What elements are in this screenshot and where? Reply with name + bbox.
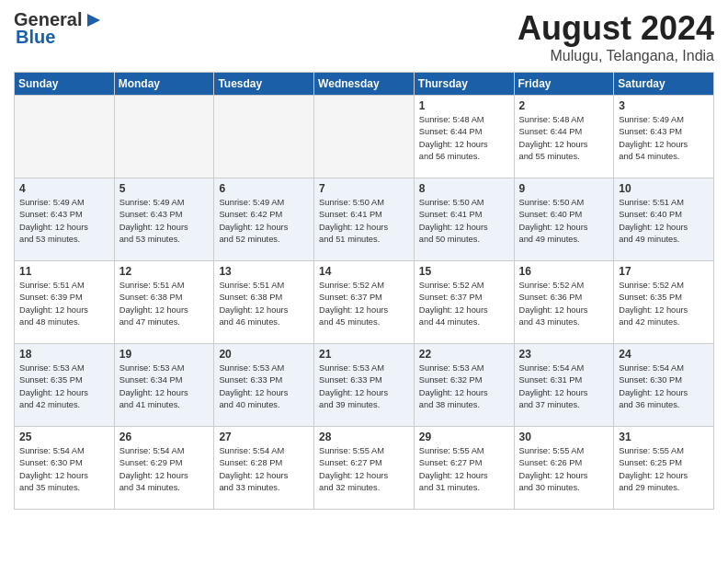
calendar-cell: 17Sunrise: 5:52 AM Sunset: 6:35 PM Dayli… [614, 261, 714, 344]
calendar-cell: 1Sunrise: 5:48 AM Sunset: 6:44 PM Daylig… [414, 96, 514, 178]
day-number: 24 [619, 348, 709, 361]
day-info: Sunrise: 5:50 AM Sunset: 6:41 PM Dayligh… [319, 197, 409, 247]
svg-marker-0 [87, 14, 100, 27]
day-info: Sunrise: 5:55 AM Sunset: 6:26 PM Dayligh… [519, 445, 609, 495]
day-number: 19 [119, 348, 210, 361]
calendar-cell: 23Sunrise: 5:54 AM Sunset: 6:31 PM Dayli… [514, 344, 614, 427]
calendar-cell: 22Sunrise: 5:53 AM Sunset: 6:32 PM Dayli… [414, 344, 514, 427]
calendar-cell: 9Sunrise: 5:50 AM Sunset: 6:40 PM Daylig… [514, 178, 614, 261]
calendar-cell: 25Sunrise: 5:54 AM Sunset: 6:30 PM Dayli… [15, 427, 115, 510]
day-number: 1 [419, 99, 509, 112]
calendar-cell: 29Sunrise: 5:55 AM Sunset: 6:27 PM Dayli… [414, 427, 514, 510]
calendar-cell: 12Sunrise: 5:51 AM Sunset: 6:38 PM Dayli… [114, 261, 214, 344]
calendar-cell: 27Sunrise: 5:54 AM Sunset: 6:28 PM Dayli… [214, 427, 314, 510]
day-info: Sunrise: 5:54 AM Sunset: 6:28 PM Dayligh… [219, 445, 309, 495]
calendar-cell: 19Sunrise: 5:53 AM Sunset: 6:34 PM Dayli… [114, 344, 214, 427]
calendar-cell: 21Sunrise: 5:53 AM Sunset: 6:33 PM Dayli… [314, 344, 415, 427]
day-number: 2 [519, 99, 609, 112]
calendar-cell: 11Sunrise: 5:51 AM Sunset: 6:39 PM Dayli… [15, 261, 115, 344]
weekday-header-tuesday: Tuesday [214, 73, 314, 96]
weekday-header-thursday: Thursday [414, 73, 514, 96]
day-number: 30 [519, 431, 609, 443]
logo-arrow-icon [84, 10, 104, 30]
day-info: Sunrise: 5:49 AM Sunset: 6:43 PM Dayligh… [619, 114, 709, 164]
day-number: 5 [119, 182, 210, 195]
day-number: 23 [519, 348, 609, 361]
day-number: 17 [619, 265, 709, 278]
day-number: 12 [119, 265, 210, 278]
day-info: Sunrise: 5:54 AM Sunset: 6:31 PM Dayligh… [519, 362, 609, 412]
calendar-week-row: 25Sunrise: 5:54 AM Sunset: 6:30 PM Dayli… [15, 427, 714, 510]
calendar-table: SundayMondayTuesdayWednesdayThursdayFrid… [14, 72, 714, 510]
day-info: Sunrise: 5:55 AM Sunset: 6:25 PM Dayligh… [619, 445, 709, 495]
day-info: Sunrise: 5:53 AM Sunset: 6:33 PM Dayligh… [319, 362, 409, 412]
day-info: Sunrise: 5:52 AM Sunset: 6:36 PM Dayligh… [519, 280, 609, 329]
day-info: Sunrise: 5:48 AM Sunset: 6:44 PM Dayligh… [519, 114, 609, 164]
calendar-cell [314, 96, 415, 178]
day-info: Sunrise: 5:52 AM Sunset: 6:37 PM Dayligh… [419, 280, 509, 329]
calendar-cell: 26Sunrise: 5:54 AM Sunset: 6:29 PM Dayli… [114, 427, 214, 510]
day-number: 11 [19, 265, 109, 278]
day-info: Sunrise: 5:49 AM Sunset: 6:43 PM Dayligh… [119, 197, 210, 247]
day-number: 14 [319, 265, 409, 278]
calendar-week-row: 18Sunrise: 5:53 AM Sunset: 6:35 PM Dayli… [15, 344, 714, 427]
logo: General Blue [14, 9, 104, 48]
calendar-week-row: 1Sunrise: 5:48 AM Sunset: 6:44 PM Daylig… [15, 96, 714, 178]
day-info: Sunrise: 5:54 AM Sunset: 6:30 PM Dayligh… [619, 362, 709, 412]
day-number: 6 [219, 182, 309, 195]
page-subtitle: Mulugu, Telangana, India [518, 48, 714, 64]
day-number: 21 [319, 348, 409, 361]
day-number: 27 [219, 431, 309, 443]
calendar-cell [15, 96, 115, 178]
calendar-cell [214, 96, 314, 178]
logo-blue: Blue [16, 27, 55, 48]
calendar-cell: 10Sunrise: 5:51 AM Sunset: 6:40 PM Dayli… [614, 178, 714, 261]
calendar-cell: 18Sunrise: 5:53 AM Sunset: 6:35 PM Dayli… [15, 344, 115, 427]
day-number: 8 [419, 182, 509, 195]
day-info: Sunrise: 5:48 AM Sunset: 6:44 PM Dayligh… [419, 114, 509, 164]
day-number: 31 [619, 431, 709, 443]
day-info: Sunrise: 5:53 AM Sunset: 6:35 PM Dayligh… [19, 362, 109, 412]
day-number: 29 [419, 431, 509, 443]
page-title: August 2024 [518, 9, 714, 48]
day-number: 13 [219, 265, 309, 278]
day-number: 22 [419, 348, 509, 361]
day-number: 10 [619, 182, 709, 195]
day-info: Sunrise: 5:49 AM Sunset: 6:42 PM Dayligh… [219, 197, 309, 247]
calendar-cell: 8Sunrise: 5:50 AM Sunset: 6:41 PM Daylig… [414, 178, 514, 261]
day-info: Sunrise: 5:52 AM Sunset: 6:37 PM Dayligh… [319, 280, 409, 329]
day-info: Sunrise: 5:51 AM Sunset: 6:38 PM Dayligh… [119, 280, 210, 329]
day-number: 7 [319, 182, 409, 195]
calendar-cell: 3Sunrise: 5:49 AM Sunset: 6:43 PM Daylig… [614, 96, 714, 178]
day-number: 18 [19, 348, 109, 361]
day-info: Sunrise: 5:55 AM Sunset: 6:27 PM Dayligh… [419, 445, 509, 495]
calendar-header-row: SundayMondayTuesdayWednesdayThursdayFrid… [15, 73, 714, 96]
day-number: 26 [119, 431, 210, 443]
calendar-cell: 6Sunrise: 5:49 AM Sunset: 6:42 PM Daylig… [214, 178, 314, 261]
calendar-cell [114, 96, 214, 178]
calendar-cell: 30Sunrise: 5:55 AM Sunset: 6:26 PM Dayli… [514, 427, 614, 510]
calendar-cell: 15Sunrise: 5:52 AM Sunset: 6:37 PM Dayli… [414, 261, 514, 344]
day-number: 20 [219, 348, 309, 361]
day-info: Sunrise: 5:51 AM Sunset: 6:39 PM Dayligh… [19, 280, 109, 329]
day-info: Sunrise: 5:55 AM Sunset: 6:27 PM Dayligh… [319, 445, 409, 495]
weekday-header-saturday: Saturday [614, 73, 714, 96]
calendar-cell: 31Sunrise: 5:55 AM Sunset: 6:25 PM Dayli… [614, 427, 714, 510]
day-number: 4 [19, 182, 109, 195]
calendar-week-row: 11Sunrise: 5:51 AM Sunset: 6:39 PM Dayli… [15, 261, 714, 344]
calendar-cell: 2Sunrise: 5:48 AM Sunset: 6:44 PM Daylig… [514, 96, 614, 178]
day-info: Sunrise: 5:52 AM Sunset: 6:35 PM Dayligh… [619, 280, 709, 329]
day-number: 16 [519, 265, 609, 278]
day-info: Sunrise: 5:54 AM Sunset: 6:29 PM Dayligh… [119, 445, 210, 495]
day-info: Sunrise: 5:50 AM Sunset: 6:40 PM Dayligh… [519, 197, 609, 247]
page-header: General Blue August 2024 Mulugu, Telanga… [14, 9, 714, 64]
weekday-header-monday: Monday [114, 73, 214, 96]
day-number: 9 [519, 182, 609, 195]
calendar-cell: 13Sunrise: 5:51 AM Sunset: 6:38 PM Dayli… [214, 261, 314, 344]
calendar-cell: 7Sunrise: 5:50 AM Sunset: 6:41 PM Daylig… [314, 178, 415, 261]
day-info: Sunrise: 5:53 AM Sunset: 6:34 PM Dayligh… [119, 362, 210, 412]
day-info: Sunrise: 5:51 AM Sunset: 6:38 PM Dayligh… [219, 280, 309, 329]
calendar-cell: 28Sunrise: 5:55 AM Sunset: 6:27 PM Dayli… [314, 427, 415, 510]
day-number: 25 [19, 431, 109, 443]
day-info: Sunrise: 5:50 AM Sunset: 6:41 PM Dayligh… [419, 197, 509, 247]
